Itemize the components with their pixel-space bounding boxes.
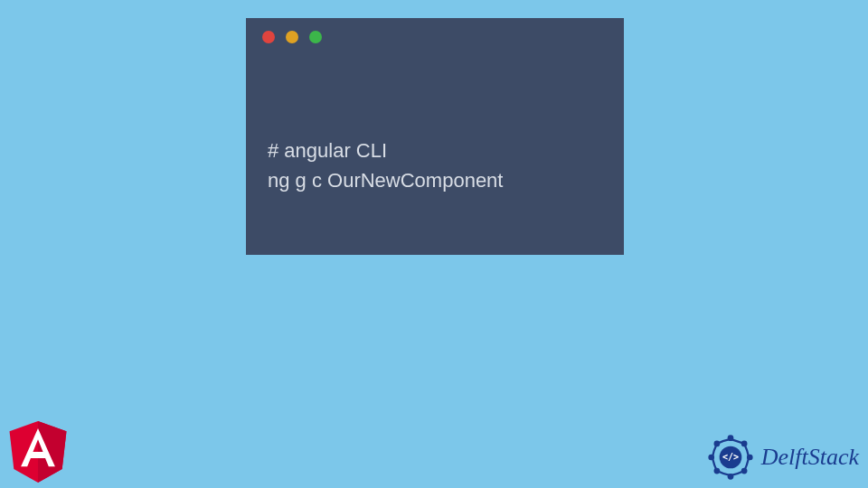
maximize-icon[interactable] bbox=[309, 31, 322, 43]
angular-logo-icon bbox=[9, 421, 67, 483]
terminal-body: # angular CLI ng g c OurNewComponent bbox=[246, 56, 624, 213]
close-icon[interactable] bbox=[262, 31, 275, 43]
terminal-window: # angular CLI ng g c OurNewComponent bbox=[246, 18, 624, 255]
delftstack-label: DelftStack bbox=[761, 444, 859, 471]
delftstack-logo: </> DelftStack bbox=[705, 432, 859, 483]
terminal-line-command: ng g c OurNewComponent bbox=[268, 165, 602, 195]
svg-text:</>: </> bbox=[722, 452, 739, 462]
terminal-line-comment: # angular CLI bbox=[268, 136, 602, 165]
minimize-icon[interactable] bbox=[286, 31, 298, 43]
delftstack-badge-icon: </> bbox=[705, 432, 756, 483]
terminal-titlebar bbox=[246, 18, 624, 56]
